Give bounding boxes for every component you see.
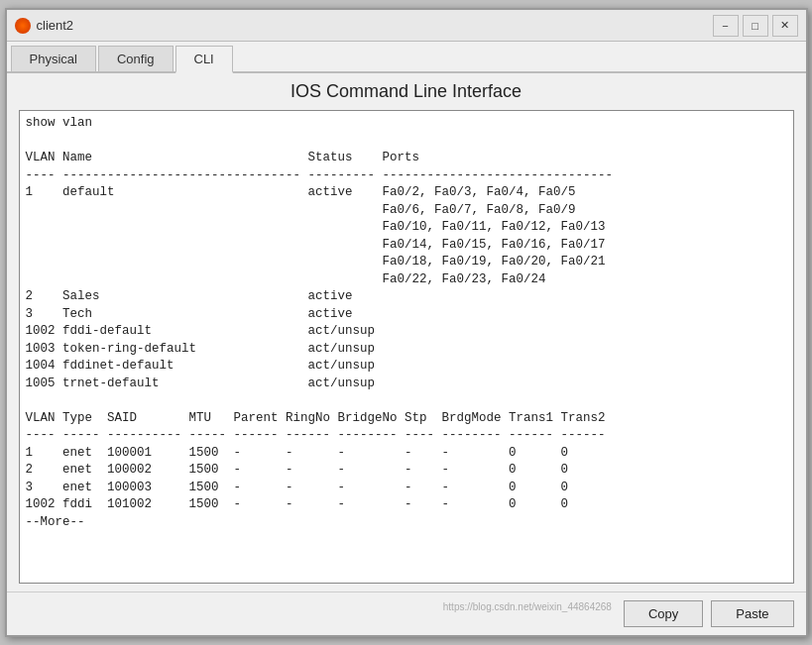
terminal-container: show vlan VLAN Name Status Ports ---- --… — [19, 110, 794, 584]
title-bar-left: client2 — [15, 18, 74, 34]
terminal-scroll[interactable]: show vlan VLAN Name Status Ports ---- --… — [20, 111, 793, 583]
close-button[interactable]: ✕ — [772, 15, 798, 37]
page-title: IOS Command Line Interface — [19, 81, 794, 102]
tab-config[interactable]: Config — [98, 46, 174, 71]
terminal-text: show vlan VLAN Name Status Ports ---- --… — [26, 115, 787, 531]
window-title: client2 — [37, 18, 74, 33]
tab-physical[interactable]: Physical — [11, 46, 96, 71]
tab-cli[interactable]: CLI — [175, 46, 233, 73]
maximize-button[interactable]: □ — [743, 15, 768, 37]
tab-bar: Physical Config CLI — [7, 42, 806, 73]
copy-button[interactable]: Copy — [624, 600, 703, 627]
title-bar: client2 − □ ✕ — [7, 10, 806, 42]
app-icon — [15, 18, 31, 34]
paste-button[interactable]: Paste — [711, 600, 793, 627]
content-area: IOS Command Line Interface show vlan VLA… — [7, 73, 806, 591]
main-window: client2 − □ ✕ Physical Config CLI IOS Co… — [5, 8, 808, 637]
title-bar-controls: − □ ✕ — [713, 15, 798, 37]
watermark-text: https://blog.csdn.net/weixin_44864268 — [443, 601, 612, 612]
minimize-button[interactable]: − — [713, 15, 739, 37]
bottom-bar: https://blog.csdn.net/weixin_44864268 Co… — [7, 591, 806, 635]
